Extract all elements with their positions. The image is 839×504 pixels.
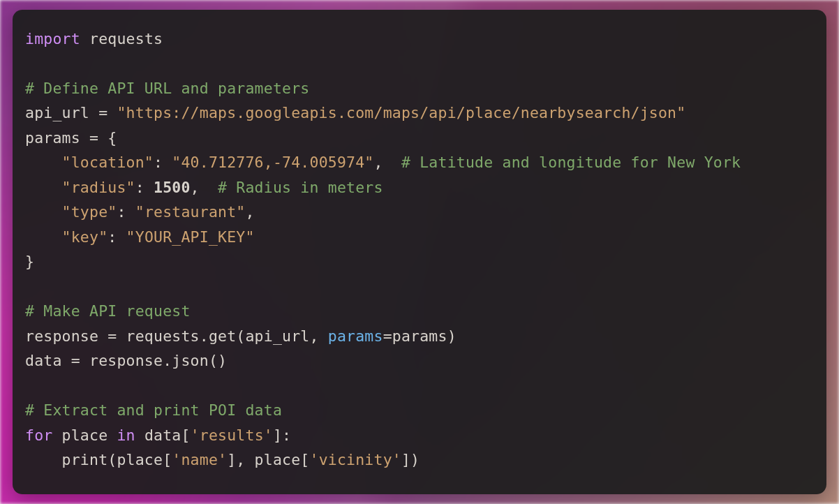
colon: :	[117, 203, 135, 221]
print-call-b: ], place[	[227, 451, 309, 468]
dict-key-radius: "radius"	[62, 179, 135, 196]
kwarg-params: params	[328, 327, 383, 345]
code-block-card: import requests # Define API URL and par…	[13, 10, 826, 494]
dict-val-radius: 1500	[154, 179, 191, 196]
indent	[25, 179, 62, 196]
dict-key-key: "key"	[62, 228, 108, 246]
var-params: params	[25, 129, 80, 147]
comment-latlon: # Latitude and longitude for New York	[401, 154, 741, 171]
indent	[25, 154, 62, 171]
string-vicinity: 'vicinity'	[309, 451, 401, 468]
comment-extract: # Extract and print POI data	[25, 401, 282, 419]
dict-val-location: "40.712776,-74.005974"	[172, 154, 373, 171]
colon: :	[154, 154, 172, 171]
dict-key-location: "location"	[62, 154, 154, 171]
string-api-url: "https://maps.googleapis.com/maps/api/pl…	[117, 104, 685, 121]
comment-define: # Define API URL and parameters	[25, 80, 309, 97]
string-name: 'name'	[172, 451, 227, 468]
response-assign: response = requests.get(api_url,	[25, 327, 328, 345]
colon: :	[135, 179, 154, 196]
loop-iter-a: data[	[135, 427, 191, 444]
comma: ,	[191, 179, 218, 196]
indent	[25, 451, 62, 468]
print-call-a: print(place[	[62, 451, 172, 468]
comment-radius: # Radius in meters	[218, 179, 383, 196]
python-code-snippet: import requests # Define API URL and par…	[25, 27, 814, 472]
dict-val-type: "restaurant"	[135, 203, 246, 221]
var-api-url: api_url	[25, 104, 89, 121]
assign-op: =	[89, 104, 117, 121]
loop-iter-b: ]:	[273, 427, 291, 444]
keyword-in: in	[117, 427, 135, 444]
dict-open: = {	[80, 129, 117, 147]
indent	[25, 203, 62, 221]
response-assign-tail: =params)	[383, 327, 456, 345]
module-name: requests	[89, 30, 163, 47]
comma: ,	[374, 154, 401, 171]
indent	[25, 228, 62, 246]
print-call-c: ])	[401, 451, 420, 468]
colon: :	[107, 228, 126, 246]
keyword-import: import	[25, 30, 80, 47]
comma: ,	[245, 203, 254, 221]
comment-make-request: # Make API request	[25, 302, 191, 320]
dict-close: }	[25, 253, 34, 270]
dict-val-key: "YOUR_API_KEY"	[126, 228, 255, 246]
string-results: 'results'	[191, 427, 273, 444]
keyword-for: for	[25, 427, 52, 444]
loop-var: place	[52, 427, 117, 444]
data-assign: data = response.json()	[25, 352, 227, 369]
dict-key-type: "type"	[62, 203, 117, 221]
